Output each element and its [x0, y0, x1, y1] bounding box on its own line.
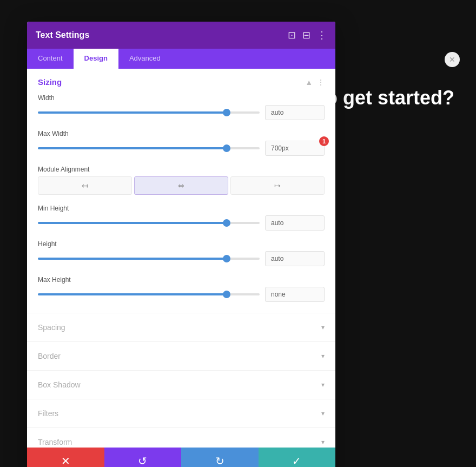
filters-section[interactable]: Filters ▾ [27, 399, 335, 428]
module-alignment-field: Module Alignment ↤ ⇔ ↦ [38, 166, 325, 195]
height-input[interactable]: auto [265, 251, 325, 266]
max-width-control: 700px 1 [38, 141, 325, 156]
width-slider[interactable] [38, 111, 260, 114]
border-chevron-icon: ▾ [321, 352, 325, 360]
min-height-label: Min Height [38, 205, 325, 212]
sizing-title: Sizing [38, 77, 62, 87]
max-height-field: Max Height none [38, 276, 325, 302]
max-width-field: Max Width 700px 1 [38, 130, 325, 156]
min-height-field: Min Height auto [38, 205, 325, 231]
height-control: auto [38, 251, 325, 266]
height-label: Height [38, 240, 325, 248]
collapse-icon[interactable]: ▲ [305, 78, 313, 87]
more-icon[interactable]: ⋮ [317, 29, 327, 41]
align-left-icon: ↤ [82, 181, 88, 190]
min-height-input[interactable]: auto [265, 215, 325, 231]
spacing-label: Spacing [38, 323, 65, 332]
align-left-btn[interactable]: ↤ [38, 176, 132, 195]
max-height-slider[interactable] [38, 293, 260, 295]
filters-chevron-icon: ▾ [321, 410, 325, 417]
panel-header: Text Settings ⊡ ⊟ ⋮ [27, 22, 335, 49]
min-height-control: auto [38, 215, 325, 231]
transform-label: Transform [38, 438, 72, 446]
tab-content[interactable]: Content [27, 49, 74, 69]
box-shadow-label: Box Shadow [38, 380, 81, 389]
panel-body: Sizing ▲ ⋮ Width auto [27, 69, 335, 448]
min-height-slider[interactable] [38, 222, 260, 224]
width-control: auto [38, 105, 325, 120]
save-button[interactable]: ✓ [259, 448, 336, 467]
tab-advanced[interactable]: Advanced [118, 49, 171, 69]
height-slider[interactable] [38, 258, 260, 260]
transform-chevron-icon: ▾ [321, 438, 325, 446]
filters-label: Filters [38, 409, 58, 418]
tab-design[interactable]: Design [74, 49, 118, 69]
height-field: Height auto [38, 240, 325, 266]
align-center-icon: ⇔ [178, 181, 184, 190]
align-center-btn[interactable]: ⇔ [134, 176, 228, 195]
cancel-button[interactable]: ✕ [27, 448, 104, 467]
screen-icon[interactable]: ⊡ [288, 29, 296, 41]
max-width-input[interactable]: 700px [265, 141, 325, 156]
spacing-section[interactable]: Spacing ▾ [27, 313, 335, 342]
border-label: Border [38, 352, 61, 360]
width-label: Width [38, 94, 325, 102]
width-input[interactable]: auto [265, 105, 325, 120]
sizing-section-header: Sizing ▲ ⋮ [38, 77, 325, 87]
box-shadow-chevron-icon: ▾ [321, 381, 325, 389]
close-button[interactable]: ✕ [445, 52, 460, 67]
columns-icon[interactable]: ⊟ [302, 29, 310, 41]
transform-section[interactable]: Transform ▾ [27, 428, 335, 448]
settings-panel: Text Settings ⊡ ⊟ ⋮ Content Design Advan… [27, 22, 335, 467]
max-height-control: none [38, 287, 325, 302]
sizing-section: Sizing ▲ ⋮ Width auto [27, 69, 335, 313]
max-width-label: Max Width [38, 130, 325, 137]
align-right-btn[interactable]: ↦ [230, 176, 325, 195]
section-more-icon[interactable]: ⋮ [317, 78, 325, 87]
alignment-buttons: ↤ ⇔ ↦ [38, 176, 325, 195]
tabs-bar: Content Design Advanced [27, 49, 335, 69]
panel-title: Text Settings [36, 30, 89, 40]
section-header-icons: ▲ ⋮ [305, 78, 325, 87]
border-section[interactable]: Border ▾ [27, 342, 335, 371]
undo-button[interactable]: ↺ [104, 448, 182, 467]
box-shadow-section[interactable]: Box Shadow ▾ [27, 371, 335, 399]
max-height-label: Max Height [38, 276, 325, 284]
module-alignment-label: Module Alignment [38, 166, 325, 173]
max-width-badge: 1 [319, 136, 329, 146]
max-height-input[interactable]: none [265, 287, 325, 302]
align-right-icon: ↦ [274, 181, 281, 190]
max-width-input-wrap: 700px 1 [265, 141, 325, 156]
width-field: Width auto [38, 94, 325, 120]
panel-footer: ✕ ↺ ↻ ✓ [27, 448, 335, 467]
header-icons: ⊡ ⊟ ⋮ [288, 29, 327, 41]
max-width-slider[interactable] [38, 147, 260, 149]
redo-button[interactable]: ↻ [181, 448, 259, 467]
spacing-chevron-icon: ▾ [321, 324, 325, 331]
